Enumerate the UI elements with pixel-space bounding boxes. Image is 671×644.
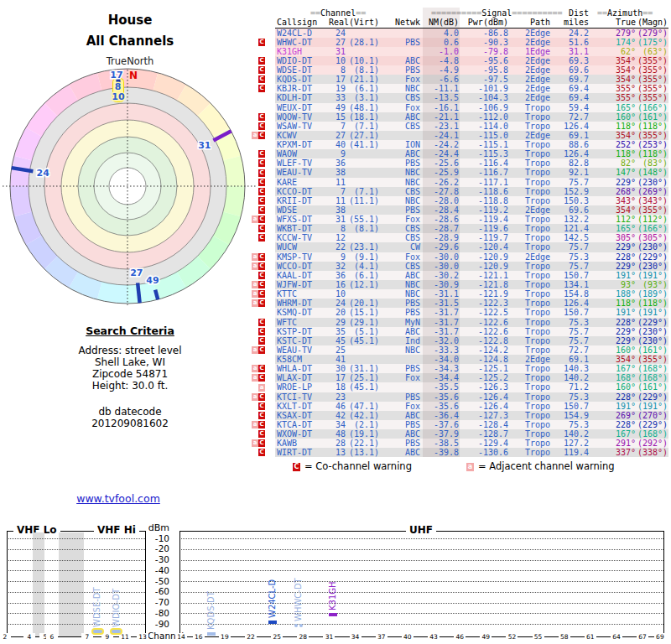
co-channel-warning-badge: C — [258, 374, 265, 382]
table-cell-v — [346, 392, 379, 402]
gridline — [8, 581, 145, 582]
table-cell-pa: Tropo — [510, 448, 552, 457]
gridline — [8, 549, 145, 550]
warning-markers — [250, 47, 275, 56]
table-cell-mi: 126.4 — [552, 122, 590, 131]
co-channel-warning-badge: C — [258, 281, 265, 288]
table-cell-mg: (168°) — [637, 364, 668, 373]
table-cell-mg: (355°) — [637, 93, 668, 102]
warning-markers: C — [250, 205, 275, 215]
table-cell-cs: K58CM — [275, 355, 329, 364]
co-channel-warning-badge: C — [258, 234, 265, 242]
table-cell-pw: -121.9 — [460, 289, 510, 299]
table-cell-mi: 24.2 — [552, 29, 590, 38]
table-cell-v — [346, 345, 379, 355]
table-cell-pw: -124.8 — [460, 355, 510, 364]
table-cell-nw: PBS — [379, 392, 423, 402]
table-cell-cs: K31GH — [275, 47, 329, 56]
gridline — [181, 560, 663, 561]
table-cell-cs: KCWV — [275, 131, 329, 140]
table-cell-nm: -4.9 — [423, 65, 460, 75]
table-cell-t: 305° — [590, 233, 637, 242]
warning-markers: a — [250, 382, 275, 392]
db-datecode-label: db datecode — [0, 406, 260, 418]
table-cell-cs: W24CL-D — [275, 29, 329, 38]
warning-markers: C — [250, 168, 275, 177]
table-cell-nm: -23.1 — [423, 122, 460, 131]
table-cell-mg: (230°) — [637, 336, 668, 345]
co-channel-legend-badge: C — [293, 463, 300, 471]
table-cell-pw: -114.0 — [460, 122, 510, 131]
table-cell-mg: (189°) — [637, 289, 668, 299]
table-cell-nm: -24.1 — [423, 131, 460, 140]
table-cell-t: 354° — [590, 56, 637, 65]
warning-markers: C — [250, 318, 275, 327]
table-cell-ch: 11 — [329, 178, 346, 187]
warning-markers: C — [250, 56, 275, 65]
table-cell-nw: CBS — [379, 187, 423, 196]
table-cell-t: 167° — [590, 429, 637, 439]
table-row: KAAL-DT36(6.1)ABC-30.2-121.1Tropo150.719… — [275, 271, 668, 280]
table-cell-pa: 2Edge — [510, 29, 552, 38]
dbm-axis-label: dBm — [141, 523, 169, 533]
table-cell-nm: -13.5 — [423, 93, 460, 102]
criteria-zip: Zipcode 54871 — [0, 368, 260, 380]
co-channel-warning-badge: C — [258, 262, 265, 270]
table-cell-t: 269° — [590, 411, 637, 420]
table-cell-pw: -122.8 — [460, 336, 510, 345]
table-cell-t: 167° — [590, 364, 637, 373]
table-cell-nw: ABC — [379, 448, 423, 457]
table-row: WQOW-TV15(18.1)ABC-21.1-112.0Tropo72.716… — [275, 112, 668, 122]
vhf-hi-band-label: VHF Hi — [94, 525, 139, 536]
table-cell-t: 165° — [590, 103, 637, 112]
table-cell-nw: NBC — [379, 289, 423, 299]
table-cell-t: 191° — [590, 308, 637, 317]
table-cell-ch: 9 — [329, 252, 346, 262]
table-cell-ch: 46 — [329, 402, 346, 411]
table-cell-pw: -125.1 — [460, 364, 510, 373]
table-header-row: CallsignReal(Virt)NetwkNM(dB)Pwr(dBm)Pat… — [275, 18, 668, 27]
table-cell-v: (28.1) — [346, 38, 379, 47]
table-cell-cs: WEUX-DT — [275, 103, 329, 112]
table-cell-nm: -34.0 — [423, 355, 460, 364]
table-cell-pw: -119.6 — [460, 224, 510, 233]
adjacent-channel-warning-badge: a — [258, 384, 265, 392]
table-row: KSMQ-DT20(15.1)PBS-31.7-122.5Tropo150.71… — [275, 308, 668, 317]
table-cell-mi: 75.3 — [552, 392, 590, 402]
co-channel-warning-badge: C — [258, 439, 265, 447]
table-cell-nm: -35.6 — [423, 392, 460, 402]
table-row: KSTP-DT35(5.1)ABC-31.7-122.6Tropo75.7229… — [275, 327, 668, 336]
table-cell-pa: Tropo — [510, 112, 552, 122]
table-cell-ch: 15 — [329, 112, 346, 122]
channel-spoke-label: 27 — [130, 267, 143, 278]
table-cell-nw — [379, 355, 423, 364]
channel-tick-label: 46 — [454, 633, 466, 641]
table-cell-pa: Tropo — [510, 382, 552, 392]
search-criteria-title: Search Criteria — [0, 325, 260, 337]
table-cell-pa: Tropo — [510, 308, 552, 317]
table-row: WHWC-DT27(28.1)PBS0.6-90.32Edge51.6174°(… — [275, 38, 668, 47]
table-cell-pw: -90.3 — [460, 38, 510, 47]
table-cell-pa: Tropo — [510, 196, 552, 205]
table-cell-pw: -127.3 — [460, 411, 510, 420]
table-cell-mg: (269°) — [637, 187, 668, 196]
table-cell-nm: -28.6 — [423, 215, 460, 224]
table-cell-v: (2.1) — [346, 420, 379, 429]
table-row: KDLH-DT33(3.1)CBS-13.5-104.32Edge69.4355… — [275, 93, 668, 102]
table-cell-t: 112° — [590, 215, 637, 224]
table-cell-pa: 2Edge — [510, 75, 552, 84]
table-cell-nm: -32.0 — [423, 336, 460, 345]
channel-tick-label: 61 — [585, 633, 596, 641]
table-cell-nm: -31.7 — [423, 318, 460, 327]
tvfool-link[interactable]: www.tvfool.com — [51, 492, 185, 505]
table-cell-t: 337° — [590, 448, 637, 457]
table-cell-pa: 1Edge — [510, 47, 552, 56]
table-cell-ch: 36 — [329, 271, 346, 280]
channel-tick-label: 13 — [137, 633, 148, 641]
table-cell-cs: KCCO-DT — [275, 187, 329, 196]
table-cell-t: 355° — [590, 93, 637, 102]
signal-bar-label: K31GH — [328, 558, 338, 610]
warning-markers: C — [250, 112, 275, 122]
channel-tick-label: 14 — [175, 633, 187, 641]
table-cell-ch: 25 — [329, 345, 346, 355]
